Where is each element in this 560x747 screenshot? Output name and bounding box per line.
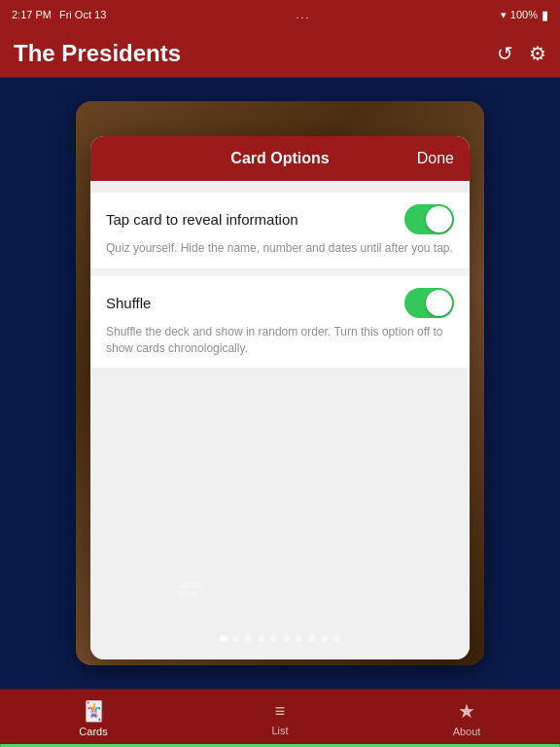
done-button[interactable]: Done [415, 150, 454, 167]
tab-about[interactable]: ★ About [373, 699, 560, 737]
dot-3 [245, 635, 252, 642]
dot-7 [296, 635, 302, 642]
settings-icon[interactable]: ⚙ [529, 42, 546, 65]
wifi-icon: ▾ [501, 9, 507, 21]
list-icon: ≡ [275, 701, 286, 722]
battery-icon: ▮ [542, 8, 548, 22]
settings-section-2: Shuffle Shuffle the deck and show in ran… [90, 276, 470, 369]
battery-percent: 100% [510, 9, 538, 20]
modal-overlay: Card Options Done Tap card to reveal inf… [76, 101, 484, 665]
card-background: Card Options Done Tap card to reveal inf… [76, 101, 484, 665]
dot-1 [220, 635, 227, 642]
dot-5 [270, 635, 277, 642]
cards-icon: 🃏 [82, 699, 106, 723]
nav-bar: The Presidents ↺ ⚙ [0, 29, 560, 78]
shuffle-toggle[interactable] [404, 288, 454, 318]
modal-title: Card Options [145, 150, 415, 167]
tap-reveal-label: Tap card to reveal information [106, 211, 298, 228]
page-title: The Presidents [14, 40, 181, 67]
tap-reveal-description: Quiz yourself. Hide the name, number and… [106, 240, 454, 257]
shuffle-row: Shuffle Shuffle the deck and show in ran… [90, 276, 470, 369]
watermark-year: 1825 [178, 589, 204, 599]
status-time: 2:17 PM [12, 9, 52, 20]
dot-2 [232, 635, 239, 642]
settings-section-1: Tap card to reveal information Quiz your… [90, 193, 470, 268]
dot-6 [283, 635, 290, 642]
cards-tab-label: Cards [79, 726, 107, 737]
tab-bar: 🃏 Cards ≡ List ★ About [0, 689, 560, 747]
shuffle-description: Shuffle the deck and show in random orde… [106, 324, 454, 357]
page-indicator [76, 625, 484, 646]
dot-9 [321, 635, 328, 642]
shuffle-label: Shuffle [106, 295, 151, 311]
watermark-name: James [178, 580, 204, 589]
tab-cards[interactable]: 🃏 Cards [0, 699, 187, 737]
status-day: Fri Oct 13 [59, 9, 106, 20]
card-watermark: James 1825 [178, 580, 204, 599]
dot-10 [333, 635, 340, 642]
list-tab-label: List [271, 725, 288, 736]
about-icon: ★ [458, 699, 475, 723]
tab-list[interactable]: ≡ List [187, 701, 373, 736]
main-content: Card Options Done Tap card to reveal inf… [0, 78, 560, 689]
modal-header: Card Options Done [90, 136, 470, 181]
status-dots: ... [296, 9, 310, 20]
tap-reveal-toggle[interactable] [404, 204, 454, 234]
status-bar: 2:17 PM Fri Oct 13 ... ▾ 100% ▮ [0, 0, 560, 29]
modal-body: Tap card to reveal information Quiz your… [90, 193, 470, 659]
tap-reveal-row: Tap card to reveal information Quiz your… [90, 193, 470, 268]
dot-8 [308, 635, 315, 642]
card-options-modal: Card Options Done Tap card to reveal inf… [90, 136, 470, 659]
dot-4 [258, 635, 264, 642]
about-tab-label: About [453, 726, 481, 737]
refresh-icon[interactable]: ↺ [497, 42, 513, 65]
